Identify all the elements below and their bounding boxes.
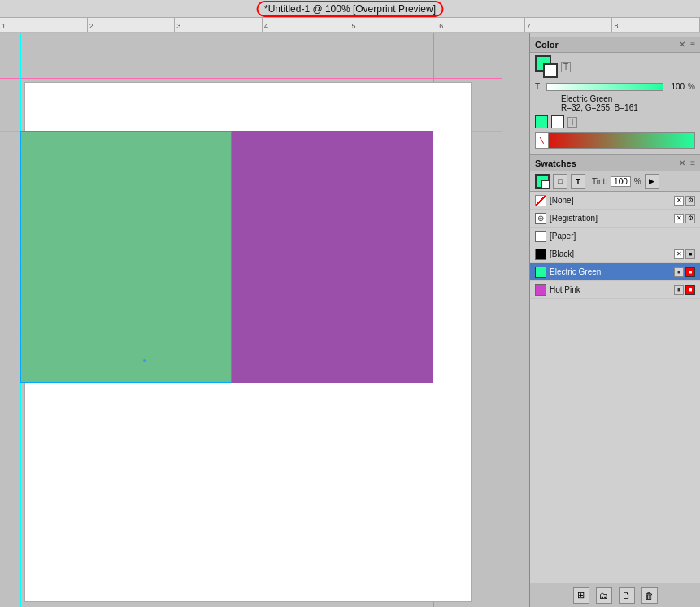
swatch-gear-icon: ⚙ xyxy=(685,196,695,206)
hot-pink-swatch-color xyxy=(535,284,546,296)
swatches-panel-header: Swatches ✕ ≡ xyxy=(530,155,700,171)
ruler-segment: 7 xyxy=(525,18,613,32)
tint-label: Tint: xyxy=(592,177,607,186)
pink-guide-top xyxy=(0,78,502,79)
color-slider-row: T 100 % xyxy=(530,80,700,93)
tint-value[interactable]: 100 xyxy=(611,176,631,187)
ruler-segment: 2 xyxy=(88,18,176,32)
stroke-box[interactable] xyxy=(543,63,558,78)
swatch-item-registration[interactable]: [Registration] ✕ ⚙ xyxy=(530,210,700,228)
swatches-footer: ⊞ 🗂 🗋 🗑 xyxy=(530,583,700,607)
color-row2: T xyxy=(530,114,700,130)
color-name-row: Electric Green R=32, G=255, B=161 xyxy=(530,93,700,114)
swatch-name-black: [Black] xyxy=(550,249,671,258)
swatch-x-icon3: ✕ xyxy=(674,249,684,259)
green-rect[interactable] xyxy=(20,131,232,383)
ruler-segment: 1 xyxy=(0,18,88,32)
pct-label: % xyxy=(688,82,695,91)
t-label: T xyxy=(535,82,543,91)
ruler: 1 2 3 4 5 6 7 8 xyxy=(0,18,700,33)
t-icon[interactable]: T xyxy=(561,62,571,72)
swatches-folder-btn[interactable]: 🗂 xyxy=(596,587,612,604)
stroke-swatch-icon[interactable]: □ xyxy=(553,174,567,189)
title-bar: *Untitled-1 @ 100% [Overprint Preview] xyxy=(0,0,700,18)
paper-swatch-color xyxy=(535,231,546,242)
ruler-marks: 1 2 3 4 5 6 7 8 xyxy=(0,18,700,32)
swatch-item-paper[interactable]: [Paper] xyxy=(530,228,700,245)
swatch-icons-none: ✕ ⚙ xyxy=(674,196,695,206)
swatches-toolbar: □ T Tint: 100 % ▶ xyxy=(530,171,700,192)
color-name: Electric Green xyxy=(561,94,612,103)
swatches-delete-btn[interactable]: 🗑 xyxy=(641,587,658,604)
swatch-item-hot-pink[interactable]: Hot Pink ■ ■ xyxy=(530,281,700,299)
tint-pct: % xyxy=(634,177,641,186)
swatch-name-paper: [Paper] xyxy=(550,232,695,241)
swatch-name-hot-pink: Hot Pink xyxy=(550,285,671,294)
purple-rect[interactable] xyxy=(232,131,433,383)
color-panel-close[interactable]: ✕ xyxy=(679,40,685,49)
swatches-panel-title: Swatches xyxy=(535,158,576,168)
electric-green-swatch-color xyxy=(535,267,546,278)
t-icon2[interactable]: T xyxy=(567,117,577,128)
swatch-spot-icon2: ■ xyxy=(685,285,695,295)
swatch-x-icon: ✕ xyxy=(674,196,684,206)
swatch-name-registration: [Registration] xyxy=(550,214,671,223)
swatch-rgb-icon2: ■ xyxy=(674,285,684,295)
swatch-name-electric-green: Electric Green xyxy=(550,267,671,276)
swatch-item-electric-green[interactable]: Electric Green ■ ■ xyxy=(530,263,700,281)
title-text: *Untitled-1 @ 100% [Overprint Preview] xyxy=(256,1,444,17)
fill-stroke-indicator[interactable] xyxy=(535,55,558,78)
ruler-segment: 8 xyxy=(612,18,700,32)
slider-value: 100 xyxy=(667,82,685,91)
text-swatch-icon[interactable]: T xyxy=(571,174,585,189)
swatch-name-none: [None] xyxy=(550,196,671,205)
canvas-area[interactable] xyxy=(0,33,502,607)
color-panel-menu[interactable]: ≡ xyxy=(690,40,695,49)
swatch-rgb-icon: ■ xyxy=(674,267,684,277)
color-panel-header: Color ✕ ≡ xyxy=(530,37,700,53)
black-swatch-color xyxy=(535,249,546,260)
ruler-segment: 5 xyxy=(350,18,438,32)
right-panel: Color ✕ ≡ T T 100 % Electric Green R=32,… xyxy=(529,33,700,607)
swatches-grid-btn[interactable]: ⊞ xyxy=(573,587,589,604)
swatch-item-black[interactable]: [Black] ✕ ■ xyxy=(530,245,700,263)
swatch-icons-electric-green: ■ ■ xyxy=(674,267,695,277)
color-slider[interactable] xyxy=(546,83,663,91)
swatches-panel: Swatches ✕ ≡ □ T Tint: 100 % ▶ [None] xyxy=(530,155,700,607)
color-panel: Color ✕ ≡ T T 100 % Electric Green R=32,… xyxy=(530,33,700,155)
swatch-icons-registration: ✕ ⚙ xyxy=(674,214,695,223)
registration-swatch-color xyxy=(535,213,546,224)
ruler-segment: 3 xyxy=(175,18,263,32)
swatch-cmyk-icon: ■ xyxy=(685,249,695,259)
swatches-new-btn[interactable]: 🗋 xyxy=(619,587,635,604)
stroke-box2[interactable] xyxy=(551,115,564,128)
swatch-x-icon2: ✕ xyxy=(674,214,684,223)
swatch-icons-black: ✕ ■ xyxy=(674,249,695,259)
color-values: R=32, G=255, B=161 xyxy=(561,103,638,112)
fill-swatch-icon[interactable] xyxy=(535,174,550,189)
color-fill-stroke-row: T xyxy=(530,53,700,80)
ruler-segment: 4 xyxy=(263,18,350,32)
swatches-list[interactable]: [None] ✕ ⚙ [Registration] ✕ ⚙ [Paper] xyxy=(530,192,700,583)
swatch-spot-icon: ■ xyxy=(685,267,695,277)
fill-box2[interactable] xyxy=(535,115,548,128)
tint-arrow-icon[interactable]: ▶ xyxy=(645,174,659,189)
none-swatch-color xyxy=(535,195,546,206)
gradient-preview[interactable]: / xyxy=(535,132,695,149)
ruler-segment: 6 xyxy=(437,18,525,32)
swatch-gear-icon2: ⚙ xyxy=(685,214,695,223)
gradient-slash: / xyxy=(536,133,549,148)
swatch-item-none[interactable]: [None] ✕ ⚙ xyxy=(530,192,700,210)
swatch-icons-hot-pink: ■ ■ xyxy=(674,285,695,295)
swatches-panel-menu[interactable]: ≡ xyxy=(690,158,695,167)
color-panel-title: Color xyxy=(535,40,559,50)
swatches-panel-close[interactable]: ✕ xyxy=(679,158,685,167)
